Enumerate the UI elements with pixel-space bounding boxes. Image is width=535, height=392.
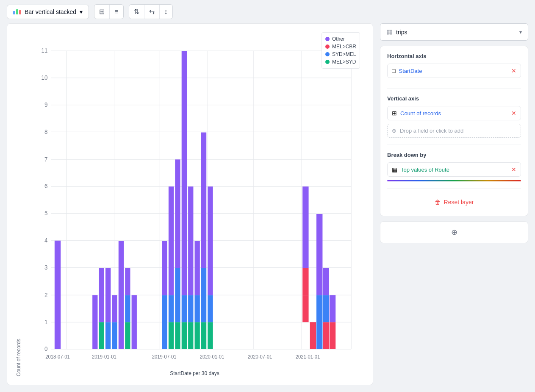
chart-type-icon — [13, 9, 21, 14]
bar — [112, 322, 117, 349]
toolbar-group-1: ⊞ ≡ — [94, 4, 123, 19]
svg-text:4: 4 — [44, 237, 48, 244]
bar — [323, 322, 329, 349]
vertical-axis-field: ⊞ Count of records ✕ — [387, 106, 521, 120]
toolbar-btn-sort1[interactable]: ⇅ — [129, 5, 144, 19]
field-icon-route: ▦ — [392, 166, 397, 173]
legend-item-other: Other — [325, 36, 356, 42]
bar — [323, 268, 329, 295]
svg-text:2: 2 — [44, 291, 47, 298]
bar — [302, 186, 308, 268]
legend-dot-other — [325, 37, 330, 41]
legend-dot-sydmel — [325, 52, 330, 56]
remove-breakdown-field-button[interactable]: ✕ — [511, 167, 516, 172]
bar — [92, 295, 97, 349]
bar — [162, 295, 167, 349]
legend-label-sydmel: SYD>MEL — [332, 51, 356, 57]
bar — [105, 268, 111, 322]
svg-text:6: 6 — [44, 183, 48, 190]
svg-text:2021-01-01: 2021-01-01 — [296, 354, 320, 359]
legend-item-melcbr: MEL>CBR — [325, 44, 356, 50]
bar — [182, 51, 187, 295]
vertical-axis-section: Vertical axis ⊞ Count of records ✕ ⊕ Dro… — [387, 95, 521, 145]
breakdown-color-bar — [387, 180, 521, 181]
plus-circle-icon: ⊕ — [392, 128, 396, 134]
chart-legend: Other MEL>CBR SYD>MEL MEL>SYD — [322, 32, 360, 69]
svg-text:9: 9 — [44, 101, 48, 108]
bar — [208, 295, 213, 322]
toolbar-btn-grid[interactable]: ⊞ — [94, 5, 110, 19]
y-axis-label: Count of records — [16, 32, 22, 376]
bar — [188, 295, 193, 322]
add-field-button[interactable]: ⊕ Drop a field or click to add — [387, 124, 521, 138]
svg-text:5: 5 — [44, 210, 48, 217]
bar — [201, 322, 206, 349]
add-layer-button[interactable]: ⊕ — [380, 221, 528, 243]
main-content: Count of records — [0, 23, 535, 392]
svg-text:11: 11 — [42, 47, 48, 54]
right-panel: ▦ trips ▾ Horizontal axis □ StartDate ✕ … — [380, 23, 528, 385]
toolbar-btn-sort2[interactable]: ⇆ — [144, 5, 160, 19]
dataset-icon: ▦ — [386, 28, 393, 36]
bar — [99, 322, 104, 349]
bar — [182, 322, 187, 349]
trash-icon: 🗑 — [435, 199, 441, 206]
remove-vertical-field-button[interactable]: ✕ — [511, 110, 516, 116]
add-field-label: Drop a field or click to add — [400, 128, 463, 134]
bar — [125, 295, 130, 322]
bar — [316, 214, 322, 295]
bar — [162, 241, 167, 295]
bar — [169, 322, 174, 349]
bar — [201, 268, 206, 322]
bar — [330, 322, 335, 349]
bar — [188, 186, 193, 295]
bar — [188, 322, 193, 349]
bar — [55, 241, 61, 349]
field-text-startdate: StartDate — [399, 68, 508, 74]
bar — [316, 295, 322, 349]
field-text-route: Top values of Route — [401, 167, 508, 173]
toolbar-group-2: ⇅ ⇆ ↕ — [129, 4, 173, 19]
toolbar-btn-sort3[interactable]: ↕ — [160, 5, 172, 19]
bar — [182, 295, 187, 322]
horizontal-axis-section: Horizontal axis □ StartDate ✕ — [387, 53, 521, 89]
svg-text:10: 10 — [42, 74, 48, 81]
vertical-axis-label: Vertical axis — [387, 95, 521, 102]
bar — [201, 133, 206, 268]
plus-icon: ⊕ — [451, 228, 457, 237]
breakdown-section: Break down by ▦ Top values of Route ✕ — [387, 152, 521, 189]
bar — [208, 186, 213, 295]
dataset-selector[interactable]: ▦ trips ▾ — [380, 23, 528, 41]
bar — [195, 322, 200, 349]
y-axis-ticks: 0 1 2 3 4 5 6 7 8 9 10 11 — [42, 47, 48, 353]
bar — [125, 268, 130, 295]
toolbar-btn-list[interactable]: ≡ — [110, 5, 123, 19]
svg-text:0: 0 — [44, 345, 48, 353]
svg-text:2020-07-01: 2020-07-01 — [248, 354, 272, 359]
bar — [125, 322, 130, 349]
remove-horizontal-field-button[interactable]: ✕ — [511, 68, 516, 74]
reset-layer-label: Reset layer — [444, 199, 474, 206]
svg-text:2020-01-01: 2020-01-01 — [200, 354, 225, 359]
svg-text:2019-01-01: 2019-01-01 — [92, 354, 116, 359]
svg-text:2019-07-01: 2019-07-01 — [152, 354, 177, 359]
horizontal-axis-field: □ StartDate ✕ — [387, 64, 521, 78]
bar — [99, 268, 104, 322]
bar — [119, 241, 124, 349]
bar — [132, 295, 137, 349]
bar — [169, 295, 174, 322]
bar — [195, 241, 200, 295]
bar — [208, 322, 213, 349]
field-text-count: Count of records — [400, 110, 508, 117]
chart-type-button[interactable]: Bar vertical stacked ▾ — [7, 5, 89, 19]
svg-text:2018-07-01: 2018-07-01 — [45, 354, 70, 359]
bar — [310, 322, 316, 349]
bar — [175, 268, 180, 322]
legend-item-melsyd: MEL>SYD — [325, 59, 356, 65]
chart-svg-wrapper: 0 1 2 3 4 5 6 7 8 9 10 11 — [25, 32, 364, 368]
legend-label-melsyd: MEL>SYD — [332, 59, 356, 65]
config-panel-card: Horizontal axis □ StartDate ✕ Vertical a… — [380, 46, 528, 216]
reset-layer-button[interactable]: 🗑 Reset layer — [387, 195, 521, 209]
svg-text:1: 1 — [44, 318, 48, 325]
legend-dot-melcbr — [325, 44, 330, 49]
